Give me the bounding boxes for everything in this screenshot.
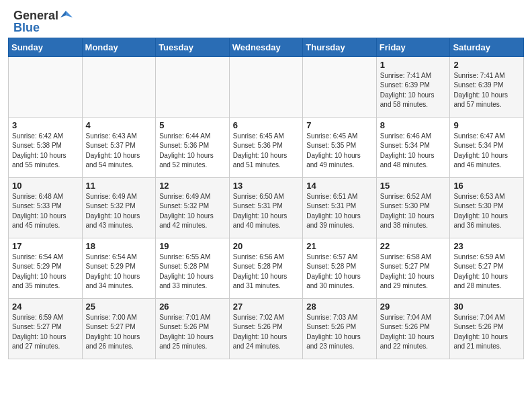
weekday-header-thursday: Thursday [303, 38, 377, 56]
day-info: Sunrise: 6:49 AM Sunset: 5:32 PM Dayligh… [159, 192, 226, 231]
weekday-header-wednesday: Wednesday [229, 38, 303, 56]
day-number: 6 [233, 120, 300, 130]
day-cell: 8Sunrise: 6:46 AM Sunset: 5:34 PM Daylig… [376, 117, 450, 177]
day-cell: 12Sunrise: 6:49 AM Sunset: 5:32 PM Dayli… [156, 177, 230, 238]
logo: General Blue [13, 9, 74, 35]
day-cell: 14Sunrise: 6:51 AM Sunset: 5:31 PM Dayli… [303, 177, 377, 238]
day-info: Sunrise: 6:42 AM Sunset: 5:38 PM Dayligh… [12, 132, 79, 171]
day-number: 8 [380, 120, 447, 130]
day-cell: 4Sunrise: 6:43 AM Sunset: 5:37 PM Daylig… [82, 117, 156, 177]
day-cell: 28Sunrise: 7:03 AM Sunset: 5:26 PM Dayli… [303, 298, 377, 359]
weekday-header-row: SundayMondayTuesdayWednesdayThursdayFrid… [9, 38, 524, 56]
day-number: 1 [380, 60, 447, 70]
day-info: Sunrise: 6:57 AM Sunset: 5:28 PM Dayligh… [306, 253, 373, 291]
day-cell: 2Sunrise: 7:41 AM Sunset: 6:39 PM Daylig… [450, 56, 524, 117]
day-number: 14 [306, 181, 373, 191]
day-info: Sunrise: 7:04 AM Sunset: 5:26 PM Dayligh… [380, 313, 447, 352]
day-number: 27 [233, 302, 300, 312]
day-cell: 30Sunrise: 7:04 AM Sunset: 5:26 PM Dayli… [450, 298, 524, 359]
week-row-4: 17Sunrise: 6:54 AM Sunset: 5:29 PM Dayli… [9, 238, 524, 298]
day-number: 13 [233, 181, 300, 191]
day-info: Sunrise: 6:58 AM Sunset: 5:27 PM Dayligh… [380, 253, 447, 291]
day-info: Sunrise: 6:51 AM Sunset: 5:31 PM Dayligh… [306, 192, 373, 231]
day-cell: 13Sunrise: 6:50 AM Sunset: 5:31 PM Dayli… [229, 177, 303, 238]
day-info: Sunrise: 7:04 AM Sunset: 5:26 PM Dayligh… [453, 313, 520, 352]
day-info: Sunrise: 7:41 AM Sunset: 6:39 PM Dayligh… [380, 71, 447, 110]
day-cell: 9Sunrise: 6:47 AM Sunset: 5:34 PM Daylig… [450, 117, 524, 177]
day-cell: 18Sunrise: 6:54 AM Sunset: 5:29 PM Dayli… [82, 238, 156, 298]
day-info: Sunrise: 7:02 AM Sunset: 5:26 PM Dayligh… [233, 313, 300, 352]
svg-marker-1 [60, 11, 66, 17]
day-number: 21 [306, 241, 373, 251]
day-number: 12 [159, 181, 226, 191]
day-cell: 25Sunrise: 7:00 AM Sunset: 5:27 PM Dayli… [82, 298, 156, 359]
day-cell: 21Sunrise: 6:57 AM Sunset: 5:28 PM Dayli… [303, 238, 377, 298]
day-number: 26 [159, 302, 226, 312]
day-cell: 27Sunrise: 7:02 AM Sunset: 5:26 PM Dayli… [229, 298, 303, 359]
day-number: 5 [159, 120, 226, 130]
day-info: Sunrise: 7:03 AM Sunset: 5:26 PM Dayligh… [306, 313, 373, 352]
day-number: 2 [453, 60, 520, 70]
day-info: Sunrise: 6:45 AM Sunset: 5:36 PM Dayligh… [233, 132, 300, 171]
day-number: 3 [12, 120, 79, 130]
day-number: 16 [453, 181, 520, 191]
day-number: 24 [12, 302, 79, 312]
day-cell: 5Sunrise: 6:44 AM Sunset: 5:36 PM Daylig… [156, 117, 230, 177]
day-info: Sunrise: 6:55 AM Sunset: 5:28 PM Dayligh… [159, 253, 226, 291]
day-number: 11 [86, 181, 152, 191]
day-info: Sunrise: 6:48 AM Sunset: 5:33 PM Dayligh… [12, 192, 79, 231]
logo-text-blue: Blue [13, 21, 40, 35]
day-info: Sunrise: 6:50 AM Sunset: 5:31 PM Dayligh… [233, 192, 300, 231]
day-info: Sunrise: 6:52 AM Sunset: 5:30 PM Dayligh… [380, 192, 447, 231]
day-cell: 22Sunrise: 6:58 AM Sunset: 5:27 PM Dayli… [376, 238, 450, 298]
day-cell: 26Sunrise: 7:01 AM Sunset: 5:26 PM Dayli… [156, 298, 230, 359]
day-info: Sunrise: 6:54 AM Sunset: 5:29 PM Dayligh… [12, 253, 79, 291]
day-number: 7 [306, 120, 373, 130]
day-info: Sunrise: 7:00 AM Sunset: 5:27 PM Dayligh… [86, 313, 152, 352]
day-info: Sunrise: 6:56 AM Sunset: 5:28 PM Dayligh… [233, 253, 300, 291]
day-info: Sunrise: 6:59 AM Sunset: 5:27 PM Dayligh… [453, 253, 520, 291]
svg-marker-0 [66, 11, 73, 17]
day-info: Sunrise: 6:47 AM Sunset: 5:34 PM Dayligh… [453, 132, 520, 171]
day-info: Sunrise: 6:46 AM Sunset: 5:34 PM Dayligh… [380, 132, 447, 171]
day-cell: 17Sunrise: 6:54 AM Sunset: 5:29 PM Dayli… [9, 238, 83, 298]
day-cell: 16Sunrise: 6:53 AM Sunset: 5:30 PM Dayli… [450, 177, 524, 238]
day-cell [9, 56, 83, 117]
day-number: 9 [453, 120, 520, 130]
logo-bird-icon [59, 8, 74, 23]
day-info: Sunrise: 7:41 AM Sunset: 6:39 PM Dayligh… [453, 71, 520, 110]
week-row-2: 3Sunrise: 6:42 AM Sunset: 5:38 PM Daylig… [9, 117, 524, 177]
week-row-1: 1Sunrise: 7:41 AM Sunset: 6:39 PM Daylig… [9, 56, 524, 117]
day-cell: 10Sunrise: 6:48 AM Sunset: 5:33 PM Dayli… [9, 177, 83, 238]
day-info: Sunrise: 7:01 AM Sunset: 5:26 PM Dayligh… [159, 313, 226, 352]
day-number: 25 [86, 302, 152, 312]
weekday-header-monday: Monday [82, 38, 156, 56]
day-number: 4 [86, 120, 152, 130]
day-cell: 24Sunrise: 6:59 AM Sunset: 5:27 PM Dayli… [9, 298, 83, 359]
day-info: Sunrise: 6:43 AM Sunset: 5:37 PM Dayligh… [86, 132, 152, 171]
calendar-table: SundayMondayTuesdayWednesdayThursdayFrid… [8, 38, 524, 359]
day-number: 19 [159, 241, 226, 251]
day-info: Sunrise: 6:44 AM Sunset: 5:36 PM Dayligh… [159, 132, 226, 171]
day-cell: 6Sunrise: 6:45 AM Sunset: 5:36 PM Daylig… [229, 117, 303, 177]
weekday-header-friday: Friday [376, 38, 450, 56]
day-number: 10 [12, 181, 79, 191]
weekday-header-sunday: Sunday [9, 38, 83, 56]
day-cell: 29Sunrise: 7:04 AM Sunset: 5:26 PM Dayli… [376, 298, 450, 359]
weekday-header-tuesday: Tuesday [156, 38, 230, 56]
day-cell [156, 56, 230, 117]
day-number: 18 [86, 241, 152, 251]
day-cell: 23Sunrise: 6:59 AM Sunset: 5:27 PM Dayli… [450, 238, 524, 298]
day-number: 22 [380, 241, 447, 251]
day-cell [229, 56, 303, 117]
week-row-5: 24Sunrise: 6:59 AM Sunset: 5:27 PM Dayli… [9, 298, 524, 359]
day-cell: 19Sunrise: 6:55 AM Sunset: 5:28 PM Dayli… [156, 238, 230, 298]
day-number: 30 [453, 302, 520, 312]
day-cell: 11Sunrise: 6:49 AM Sunset: 5:32 PM Dayli… [82, 177, 156, 238]
day-number: 28 [306, 302, 373, 312]
day-info: Sunrise: 6:49 AM Sunset: 5:32 PM Dayligh… [86, 192, 152, 231]
day-info: Sunrise: 6:53 AM Sunset: 5:30 PM Dayligh… [453, 192, 520, 231]
day-cell: 1Sunrise: 7:41 AM Sunset: 6:39 PM Daylig… [376, 56, 450, 117]
day-number: 29 [380, 302, 447, 312]
day-info: Sunrise: 6:45 AM Sunset: 5:35 PM Dayligh… [306, 132, 373, 171]
